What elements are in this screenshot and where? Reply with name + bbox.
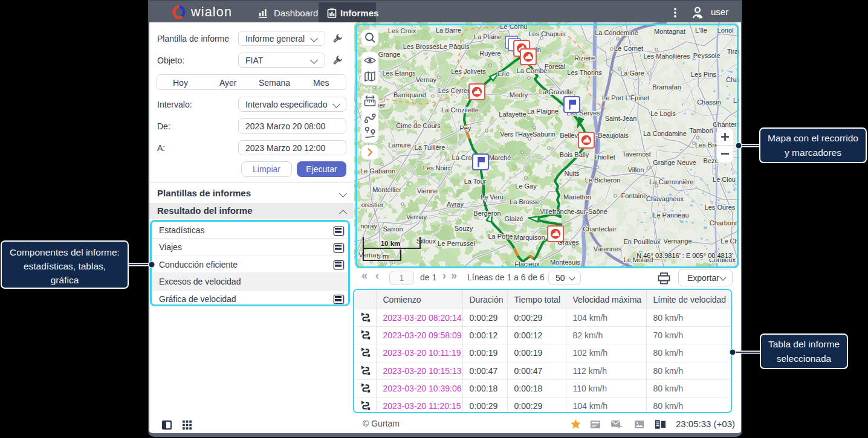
svg-text:Les Jolivets: Les Jolivets xyxy=(451,68,486,75)
svg-text:Vers l'Haye: Vers l'Haye xyxy=(500,130,533,138)
svg-text:Glaizé: Glaizé xyxy=(504,215,523,222)
svg-text:Le Cornet: Le Cornet xyxy=(614,45,643,52)
svg-text:Tavernost: Tavernost xyxy=(622,150,651,158)
svg-text:Le Gay: Le Gay xyxy=(515,182,537,190)
svg-text:Marietton: Marietton xyxy=(563,193,591,201)
svg-text:Varennes: Varennes xyxy=(594,245,622,253)
svg-text:Les Thorins: Les Thorins xyxy=(567,69,602,76)
svg-text:Thiollet: Thiollet xyxy=(594,153,615,161)
svg-text:Cime de Cours: Cime de Cours xyxy=(396,122,441,129)
svg-text:Montagnat: Montagnat xyxy=(654,28,685,35)
svg-text:Le Perrussel: Le Perrussel xyxy=(438,240,475,247)
svg-text:Les Chapuis: Les Chapuis xyxy=(528,30,566,37)
svg-text:Le Ch: Le Ch xyxy=(721,237,738,245)
svg-text:La Gare: La Gare xyxy=(620,69,644,77)
svg-text:Les Pins: Les Pins xyxy=(691,71,717,78)
svg-text:En Pouilleux: En Pouilleux xyxy=(623,238,661,245)
svg-text:Le Gabaron: Le Gabaron xyxy=(360,167,395,175)
svg-text:Saint-Jean: Saint-Jean xyxy=(605,115,637,122)
svg-text:Villefranche-sur-Saône: Villefranche-sur-Saône xyxy=(540,208,607,215)
svg-text:Charbonn: Charbonn xyxy=(710,219,739,227)
svg-text:Villon: Villon xyxy=(628,166,644,173)
svg-text:Les Brosses: Les Brosses xyxy=(403,43,440,50)
svg-text:noray: noray xyxy=(360,222,377,230)
svg-text:Lafayette: Lafayette xyxy=(499,111,526,118)
svg-text:Chavagneux: Chavagneux xyxy=(646,195,684,202)
svg-text:Medry: Medry xyxy=(510,91,528,98)
svg-text:Loriol: Loriol xyxy=(717,27,734,34)
svg-text:La Plaine: La Plaine xyxy=(474,33,502,40)
svg-text:La Tuilière: La Tuilière xyxy=(415,144,445,151)
svg-text:Lamure: Lamure xyxy=(388,141,410,149)
svg-text:Le Logis: Le Logis xyxy=(650,110,676,117)
svg-text:Ruyère: Ruyère xyxy=(479,50,500,57)
svg-text:Le Clou: Le Clou xyxy=(713,176,736,183)
svg-text:Les Étangs: Les Étangs xyxy=(382,69,416,77)
svg-text:Les Croix: Les Croix xyxy=(388,27,416,34)
svg-text:Le Veru: Le Veru xyxy=(481,193,504,201)
svg-text:Vernange: Vernange xyxy=(663,237,691,245)
svg-text:Bois Bally: Bois Bally xyxy=(560,151,589,158)
svg-text:Vernay: Vernay xyxy=(406,213,427,221)
svg-text:Nuits: Nuits xyxy=(564,170,580,177)
svg-text:Vernay: Vernay xyxy=(416,76,437,83)
svg-text:Tambon: Tambon xyxy=(689,127,713,134)
svg-text:Chara: Chara xyxy=(726,76,741,83)
svg-text:Le Panneau: Le Panneau xyxy=(653,211,688,219)
svg-text:Chassin: Chassin xyxy=(697,98,721,106)
svg-text:Peyssole: Peyssole xyxy=(693,52,721,59)
svg-text:La Condemine: La Condemine xyxy=(595,29,638,36)
svg-text:Saburin: Saburin xyxy=(533,130,555,138)
svg-text:La Potte: La Potte xyxy=(488,233,513,240)
svg-text:Les Noirs: Les Noirs xyxy=(423,164,452,172)
svg-text:Les Mahollières: Les Mahollières xyxy=(643,53,690,60)
svg-text:La Combe: La Combe xyxy=(517,67,548,74)
svg-text:Erie: Erie xyxy=(497,70,510,77)
svg-text:Tiran: Tiran xyxy=(727,48,741,55)
svg-text:Avray: Avray xyxy=(447,201,464,208)
svg-text:Sarron: Sarron xyxy=(383,225,403,233)
svg-text:Pey: Pey xyxy=(460,124,471,132)
svg-text:Vienne: Vienne xyxy=(417,187,438,195)
svg-text:Les Oures: Les Oures xyxy=(705,204,736,211)
svg-text:Le Port L'Épinet: Le Port L'Épinet xyxy=(602,94,649,101)
svg-text:Montellier: Montellier xyxy=(372,186,401,193)
svg-text:La Plaigne: La Plaigne xyxy=(527,108,559,115)
svg-text:5 mi: 5 mi xyxy=(377,253,390,260)
svg-text:Montesuis: Montesuis xyxy=(550,259,581,266)
svg-text:Fontaine: Fontaine xyxy=(621,192,647,199)
svg-text:Marché: Marché xyxy=(489,154,511,161)
svg-text:Souzy: Souzy xyxy=(455,225,473,232)
svg-text:La Gravelle: La Gravelle xyxy=(539,88,573,95)
svg-text:Bramafan: Bramafan xyxy=(652,83,681,91)
svg-text:La Barre: La Barre xyxy=(436,27,461,34)
svg-text:Les Bre: Les Bre xyxy=(695,141,718,149)
svg-text:Foretal: Foretal xyxy=(545,63,565,70)
svg-text:Barriquand: Barriquand xyxy=(394,91,426,98)
svg-text:Le Bicheron: Le Bicheron xyxy=(585,176,621,184)
svg-text:Rizière: Rizière xyxy=(574,54,595,62)
svg-text:Les Correu: Les Correu xyxy=(438,87,471,94)
svg-text:Silloux: Silloux xyxy=(416,237,436,245)
svg-text:Grange Neuve: Grange Neuve xyxy=(653,159,696,166)
svg-text:La Condamine: La Condamine xyxy=(643,130,687,137)
svg-text:Beze: Beze xyxy=(703,157,718,164)
svg-text:N 46° 03.9816' : E 005° 00.481: N 46° 03.9816' : E 005° 00.4813' xyxy=(636,252,733,259)
svg-text:L'Ile: L'Ile xyxy=(695,27,707,34)
svg-text:La Crozilette: La Crozilette xyxy=(441,106,479,114)
svg-text:La Brosse: La Brosse xyxy=(510,198,540,205)
svg-text:orestier: orestier xyxy=(361,201,384,208)
svg-text:Bergeron: Bergeron xyxy=(473,210,500,217)
svg-text:Chanteclair: Chanteclair xyxy=(583,225,617,233)
svg-text:Grange: Grange xyxy=(378,51,401,58)
svg-text:Le Pâquis: Le Pâquis xyxy=(440,43,470,50)
svg-text:La Tour: La Tour xyxy=(464,178,487,185)
svg-text:Marquison: Marquison xyxy=(514,234,545,241)
svg-text:10 km: 10 km xyxy=(381,240,401,247)
